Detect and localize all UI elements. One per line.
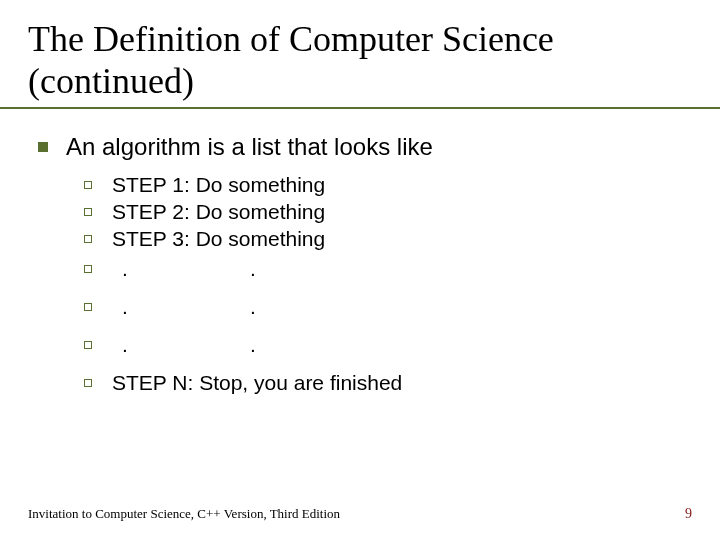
square-outline-icon [84,235,92,243]
page-number: 9 [685,506,692,522]
square-outline-icon [84,303,92,311]
list-item: . . [84,257,692,281]
dot: . [250,257,256,281]
list-item: . . [84,295,692,319]
ellipsis-row: . . [112,257,256,281]
dot: . [250,295,256,319]
ellipsis-row: . . [112,295,256,319]
step-text: STEP N: Stop, you are finished [112,371,402,395]
list-item: STEP 3: Do something [84,227,692,251]
dot: . [112,295,250,319]
sublist: STEP 1: Do something STEP 2: Do somethin… [38,169,692,395]
main-bullet-text: An algorithm is a list that looks like [66,133,433,161]
step-text: STEP 1: Do something [112,173,325,197]
footer-source: Invitation to Computer Science, C++ Vers… [28,506,340,522]
step-text: STEP 3: Do something [112,227,325,251]
bullet-level1: An algorithm is a list that looks like [38,133,692,161]
step-text: STEP 2: Do something [112,200,325,224]
dot: . [112,257,250,281]
slide-title: The Definition of Computer Science (cont… [28,18,692,103]
square-outline-icon [84,208,92,216]
list-item: . . [84,333,692,357]
square-outline-icon [84,379,92,387]
footer: Invitation to Computer Science, C++ Vers… [28,506,692,522]
ellipsis-row: . . [112,333,256,357]
square-outline-icon [84,265,92,273]
square-bullet-icon [38,142,48,152]
title-block: The Definition of Computer Science (cont… [0,18,720,109]
content-area: An algorithm is a list that looks like S… [28,109,692,395]
list-item: STEP 1: Do something [84,173,692,197]
list-item: STEP 2: Do something [84,200,692,224]
list-item: STEP N: Stop, you are finished [84,371,692,395]
dot: . [112,333,250,357]
square-outline-icon [84,181,92,189]
dot: . [250,333,256,357]
square-outline-icon [84,341,92,349]
slide: The Definition of Computer Science (cont… [0,0,720,540]
